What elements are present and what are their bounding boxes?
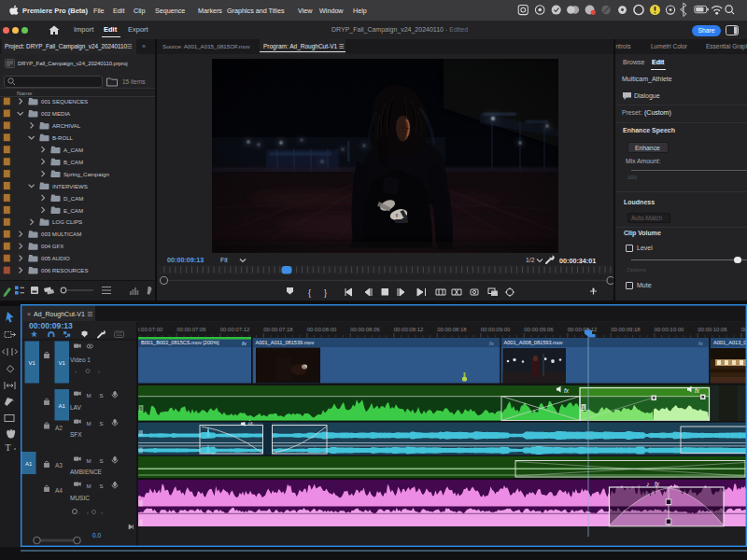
svg-text:E_CAM: E_CAM xyxy=(63,207,83,214)
svg-text:0.0: 0.0 xyxy=(92,532,101,539)
svg-text:›: › xyxy=(98,369,100,374)
svg-text:‹: ‹ xyxy=(75,369,77,374)
svg-text:SFX: SFX xyxy=(70,431,82,438)
svg-text:M: M xyxy=(87,393,92,399)
svg-text:1: 1 xyxy=(582,405,585,411)
svg-text:}: } xyxy=(324,288,327,298)
svg-text:MUSIC: MUSIC xyxy=(70,495,90,501)
svg-text:V1: V1 xyxy=(29,360,36,366)
svg-text:AMBIENCE: AMBIENCE xyxy=(70,469,103,475)
svg-text:00:00:07:12: 00:00:07:12 xyxy=(220,327,250,332)
svg-text:D_CAM: D_CAM xyxy=(63,195,83,202)
svg-text:00:00:08:18: 00:00:08:18 xyxy=(437,327,467,332)
svg-text:T: T xyxy=(6,442,11,453)
svg-text:B-ROLL: B-ROLL xyxy=(52,134,74,141)
svg-text:001 SEQUENCES: 001 SEQUENCES xyxy=(41,98,88,105)
svg-text:LOG CLIPS: LOG CLIPS xyxy=(52,218,82,225)
svg-text:fx: fx xyxy=(655,481,660,487)
svg-text:00:00:08:12: 00:00:08:12 xyxy=(394,327,424,332)
svg-text:B001_B002_0815CS.mov [200%]: B001_B002_0815CS.mov [200%] xyxy=(141,340,219,345)
svg-text:00:00:09:13: 00:00:09:13 xyxy=(29,321,73,330)
svg-text:fx: fx xyxy=(564,387,570,394)
svg-text:A001_A011_081539.mov: A001_A011_081539.mov xyxy=(256,340,315,345)
svg-text:♪: ♪ xyxy=(646,481,650,487)
svg-text:×: × xyxy=(27,311,31,317)
svg-text:1: 1 xyxy=(139,406,142,412)
svg-text:00:00:10:00: 00:00:10:00 xyxy=(655,327,684,332)
svg-text:{: { xyxy=(308,288,311,298)
svg-text:.: . xyxy=(78,510,79,515)
svg-text:S: S xyxy=(100,483,104,489)
svg-text:004 GFX: 004 GFX xyxy=(41,243,63,249)
svg-text:M: M xyxy=(87,483,92,489)
svg-text:00:00:08:06: 00:00:08:06 xyxy=(350,327,380,332)
svg-text:INTERVIEWS: INTERVIEWS xyxy=(52,183,88,189)
svg-text:A001_A008_081593.mov: A001_A008_081593.mov xyxy=(504,340,563,345)
svg-text:S: S xyxy=(100,393,104,399)
svg-text:00:00:09:06: 00:00:09:06 xyxy=(524,327,554,332)
svg-text:ARCHIVAL: ARCHIVAL xyxy=(52,122,81,129)
svg-text:00:00:09:12: 00:00:09:12 xyxy=(568,327,598,332)
svg-text:00:00:08:00: 00:00:08:00 xyxy=(307,327,337,332)
svg-text:A1: A1 xyxy=(59,403,66,409)
svg-text:00:00:10:06: 00:00:10:06 xyxy=(698,327,727,332)
svg-text:LAV: LAV xyxy=(70,404,81,411)
svg-text:003 MULTICAM: 003 MULTICAM xyxy=(41,231,81,237)
svg-text:00:00:09:00: 00:00:09:00 xyxy=(481,327,511,332)
svg-text:006 RESOURCES: 006 RESOURCES xyxy=(41,267,88,273)
svg-text:A1: A1 xyxy=(25,461,33,467)
svg-text:CC: CC xyxy=(117,332,123,337)
svg-text:A4: A4 xyxy=(55,487,63,494)
svg-text:Ad_RoughCut-V1: Ad_RoughCut-V1 xyxy=(34,311,85,318)
svg-text:☰: ☰ xyxy=(87,311,92,317)
svg-text:A2: A2 xyxy=(55,425,63,431)
svg-text:Spring_Campaign: Spring_Campaign xyxy=(63,171,109,177)
svg-text:00:00:07:18: 00:00:07:18 xyxy=(263,327,293,332)
svg-text:S: S xyxy=(100,458,104,464)
svg-text:00:00:09:18: 00:00:09:18 xyxy=(611,327,641,332)
svg-text:‹: ‹ xyxy=(87,510,89,515)
svg-text:B_CAM: B_CAM xyxy=(63,159,83,165)
svg-text:002 MEDIA: 002 MEDIA xyxy=(41,110,71,117)
svg-text:A_CAM: A_CAM xyxy=(63,147,83,153)
svg-text:005 AUDIO: 005 AUDIO xyxy=(41,255,70,261)
svg-text:fx: fx xyxy=(695,387,700,394)
svg-text:00:00:07:06: 00:00:07:06 xyxy=(176,327,206,332)
svg-text:V1: V1 xyxy=(59,360,66,366)
svg-text:A3: A3 xyxy=(55,462,63,469)
svg-text:Video 1: Video 1 xyxy=(70,357,91,363)
svg-text:›: › xyxy=(101,510,103,515)
svg-text:M: M xyxy=(87,458,92,464)
svg-text:A001_A013_081540.mov: A001_A013_081540.mov xyxy=(713,340,747,345)
svg-text:M: M xyxy=(87,421,92,427)
svg-text:S: S xyxy=(100,421,104,427)
